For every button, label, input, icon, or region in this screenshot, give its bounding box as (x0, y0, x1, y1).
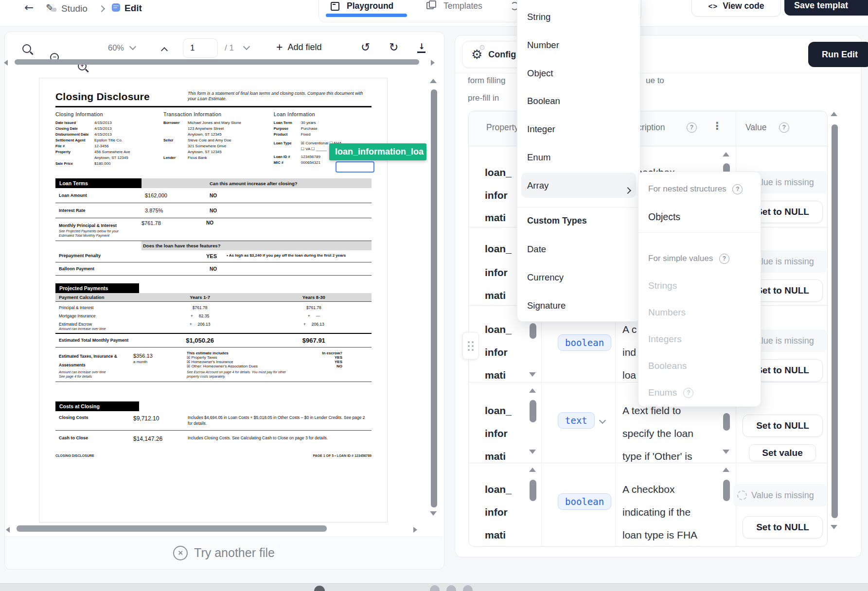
menu-item-object[interactable]: Object (527, 68, 553, 79)
row4-set-null-button[interactable]: Set to NULL (743, 415, 823, 437)
undo-icon[interactable]: ↺ (361, 41, 370, 53)
menu-item-signature[interactable]: Signature (527, 300, 566, 311)
tab-playground[interactable]: Playground (347, 1, 393, 11)
cell-scroll-up-icon[interactable] (529, 468, 536, 472)
download-icon[interactable]: ↓ (417, 42, 426, 53)
redo-icon[interactable]: ↻ (389, 41, 398, 53)
menu-item-integer[interactable]: Integer (527, 124, 555, 135)
scroll-left-arrow-icon[interactable] (6, 527, 10, 533)
close-circle-icon: × (173, 546, 188, 560)
scroll-down-arrow-icon[interactable] (430, 511, 437, 516)
row5-type-chip[interactable]: boolean (558, 493, 611, 510)
back-icon[interactable]: ← (24, 1, 34, 14)
playground-tab-icon (331, 2, 339, 11)
row5-value-missing: Value is missing (733, 484, 827, 506)
vertical-scrollbar-left-panel[interactable] (431, 89, 437, 507)
add-field-label: Add field (287, 42, 321, 52)
intro-text-1b: ue to (646, 76, 664, 86)
submenu-item-integers: Integers (648, 334, 682, 345)
row-drag-handle[interactable] (462, 332, 479, 360)
panel-scrollbar[interactable] (832, 124, 838, 518)
row4-property: loan_ (485, 405, 512, 417)
edit-doc-icon (112, 3, 120, 12)
cell-scroll-down-icon[interactable] (723, 450, 729, 454)
cell-scroll-up-icon[interactable] (529, 388, 536, 393)
menu-separator (517, 207, 640, 208)
cell-scroll-up-icon[interactable] (723, 152, 729, 156)
scroll-up-arrow-icon[interactable] (430, 79, 437, 83)
view-code-button[interactable]: <> View code (691, 0, 781, 17)
page-total-value: / 1 (225, 43, 234, 52)
submenu-item-objects[interactable]: Objects (648, 211, 680, 223)
help-icon[interactable] (683, 388, 693, 398)
submenu-separator (638, 232, 761, 233)
save-template-button[interactable]: Save templat (784, 0, 868, 16)
field-selection-box (336, 161, 374, 173)
page-number-value: 1 (190, 43, 195, 53)
cell-scrollbar[interactable] (530, 323, 536, 339)
cell-scrollbar[interactable] (723, 413, 730, 431)
search-icon[interactable] (22, 44, 31, 53)
zoom-level-select[interactable]: 60% (108, 43, 135, 52)
code-icon: <> (709, 2, 718, 10)
cell-scroll-down-icon[interactable] (529, 450, 536, 454)
help-icon[interactable] (719, 254, 729, 264)
help-icon[interactable] (732, 184, 743, 194)
row3-description: A c (622, 324, 637, 335)
field-tag[interactable]: loan_information_loa (329, 143, 426, 160)
try-another-file-label: Try another file (194, 546, 275, 560)
try-another-file-bar[interactable]: × Try another file (5, 537, 443, 569)
tab-templates[interactable]: Templates (443, 1, 482, 11)
active-tab-underline (326, 14, 407, 17)
missing-value-icon (737, 490, 747, 500)
type-menu: String Number Object Boolean Integer Enu… (517, 0, 640, 322)
menu-item-boolean[interactable]: Boolean (527, 96, 560, 106)
field-tag-label: loan_information_loa (335, 147, 424, 157)
add-field-button[interactable]: + Add field (276, 42, 322, 52)
horizontal-scrollbar-top[interactable] (15, 59, 419, 65)
row4-type-chip[interactable]: text (558, 412, 595, 429)
templates-tab-icon (426, 2, 434, 9)
horizontal-scrollbar-bottom[interactable] (17, 525, 327, 532)
save-template-label: Save templat (794, 0, 848, 11)
scroll-right-arrow-icon[interactable] (413, 527, 417, 533)
submenu-item-enums: Enums (648, 387, 693, 398)
panel-scroll-up-icon[interactable] (831, 112, 837, 116)
submenu-nested-header: For nested structures (648, 184, 743, 194)
view-code-label: View code (723, 1, 764, 11)
cell-scrollbar[interactable] (530, 400, 536, 422)
chevron-down-icon (243, 43, 250, 50)
scroll-left-arrow-icon[interactable] (4, 60, 8, 66)
menu-item-date[interactable]: Date (527, 244, 546, 255)
gear-small-icon: ⚙ (479, 43, 485, 52)
breadcrumb-edit: Edit (124, 3, 142, 14)
menu-item-array[interactable]: Array (527, 180, 549, 191)
row4-set-value-button[interactable]: Set value (749, 444, 816, 461)
run-edit-button[interactable]: Run Edit (808, 42, 868, 67)
cell-scrollbar[interactable] (530, 480, 536, 501)
cell-scroll-up-icon[interactable] (723, 468, 729, 472)
submenu-item-numbers: Numbers (648, 307, 686, 318)
studio-logo-pen-icon: ✎ (46, 2, 54, 14)
row3-type-chip[interactable]: boolean (558, 334, 611, 351)
page-number-input[interactable]: 1 (183, 38, 218, 58)
panel-scroll-down-icon[interactable] (831, 525, 837, 529)
menu-item-string[interactable]: String (527, 12, 550, 22)
intro-text-1a: form filling (468, 76, 505, 86)
cell-scroll-down-icon[interactable] (529, 372, 536, 377)
menu-item-currency[interactable]: Currency (527, 272, 564, 283)
column-menu-kebab-icon[interactable]: ⋮ (712, 120, 722, 132)
page-total-select[interactable]: / 1 (225, 43, 249, 53)
scroll-right-arrow-icon[interactable] (431, 60, 435, 66)
intro-text-2: pre-fill in (468, 93, 499, 103)
cell-scrollbar[interactable] (723, 480, 730, 501)
value-help-icon[interactable] (779, 122, 789, 133)
row5-set-null-button[interactable]: Set to NULL (743, 516, 823, 539)
breadcrumb-studio[interactable]: Studio (61, 3, 88, 14)
description-help-icon[interactable] (687, 122, 697, 133)
menu-item-enum[interactable]: Enum (527, 152, 550, 163)
projected-payments-section: Projected Payments Payment Calculation Y… (55, 283, 372, 382)
column-header-property: Property (486, 122, 518, 133)
column-header-value: Value (745, 122, 766, 133)
menu-item-number[interactable]: Number (527, 40, 559, 51)
